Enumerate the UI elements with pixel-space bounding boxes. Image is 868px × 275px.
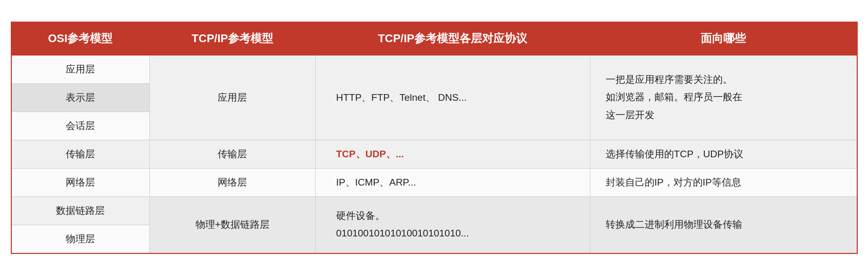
tcp-layer-cell: 物理+数据链路层 xyxy=(149,196,315,253)
osi-layer-cell: 网络层 xyxy=(11,168,150,196)
osi-layer-cell: 传输层 xyxy=(11,140,150,168)
description-cell: 一把是应用程序需要关注的。如浏览器，邮箱。程序员一般在这一层开发 xyxy=(590,55,857,140)
header-osi: OSI参考模型 xyxy=(11,22,150,55)
header-description: 面向哪些 xyxy=(590,22,857,55)
table-row: 数据链路层 物理+数据链路层 硬件设备。01010010101010010101… xyxy=(11,196,857,225)
osi-layer-cell: 物理层 xyxy=(11,225,150,253)
description-cell: 封装自己的IP，对方的IP等信息 xyxy=(590,168,857,196)
table-header-row: OSI参考模型 TCP/IP参考模型 TCP/IP参考模型各层对应协议 面向哪些 xyxy=(11,22,857,55)
tcp-layer-cell: 传输层 xyxy=(149,140,315,168)
tcp-layer-cell: 应用层 xyxy=(149,55,315,140)
header-protocols: TCP/IP参考模型各层对应协议 xyxy=(315,22,590,55)
osi-layer-cell: 表示层 xyxy=(11,83,150,112)
protocols-cell: IP、ICMP、ARP... xyxy=(315,168,590,196)
osi-layer-cell: 数据链路层 xyxy=(11,196,150,225)
protocols-cell: TCP、UDP、... xyxy=(315,140,590,168)
table-row: 应用层 应用层 HTTP、FTP、Telnet、 DNS... 一把是应用程序需… xyxy=(11,55,857,84)
table-row: 传输层 传输层 TCP、UDP、... 选择传输使用的TCP，UDP协议 xyxy=(11,140,857,168)
table-row: 网络层 网络层 IP、ICMP、ARP... 封装自己的IP，对方的IP等信息 xyxy=(11,168,857,196)
osi-layer-cell: 应用层 xyxy=(11,55,150,84)
protocols-cell: 硬件设备。01010010101010010101010... xyxy=(315,196,590,253)
osi-layer-cell: 会话层 xyxy=(11,112,150,140)
header-tcp: TCP/IP参考模型 xyxy=(149,22,315,55)
description-cell: 转换成二进制利用物理设备传输 xyxy=(590,196,857,253)
protocols-cell: HTTP、FTP、Telnet、 DNS... xyxy=(315,55,590,140)
network-model-table: OSI参考模型 TCP/IP参考模型 TCP/IP参考模型各层对应协议 面向哪些… xyxy=(11,22,858,254)
description-cell: 选择传输使用的TCP，UDP协议 xyxy=(590,140,857,168)
protocols-text: TCP、UDP、... xyxy=(336,149,404,159)
tcp-layer-cell: 网络层 xyxy=(149,168,315,196)
